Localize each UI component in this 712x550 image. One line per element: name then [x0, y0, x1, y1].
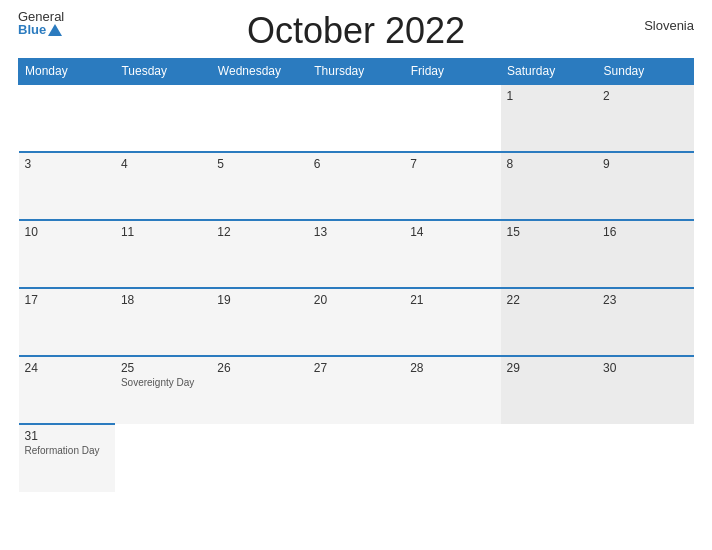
- day-number: 28: [410, 361, 494, 375]
- calendar-cell: 29: [501, 356, 597, 424]
- calendar-cell: 8: [501, 152, 597, 220]
- calendar-cell: 3: [19, 152, 115, 220]
- calendar-cell: 5: [211, 152, 307, 220]
- day-number: 11: [121, 225, 205, 239]
- calendar-cell: [308, 424, 404, 492]
- logo: General Blue: [18, 10, 64, 36]
- day-number: 10: [25, 225, 109, 239]
- calendar-cell: 19: [211, 288, 307, 356]
- day-number: 31: [25, 429, 109, 443]
- day-number: 3: [25, 157, 109, 171]
- calendar-cell: [19, 84, 115, 152]
- day-number: 12: [217, 225, 301, 239]
- day-number: 14: [410, 225, 494, 239]
- calendar-cell: 7: [404, 152, 500, 220]
- calendar-cell: 12: [211, 220, 307, 288]
- calendar-cell: [211, 424, 307, 492]
- day-number: 19: [217, 293, 301, 307]
- calendar-cell: 30: [597, 356, 693, 424]
- calendar-cell: 21: [404, 288, 500, 356]
- calendar-cell: 2: [597, 84, 693, 152]
- calendar-cell: 9: [597, 152, 693, 220]
- calendar-cell: 13: [308, 220, 404, 288]
- day-number: 15: [507, 225, 591, 239]
- calendar-cell: 18: [115, 288, 211, 356]
- holiday-label: Reformation Day: [25, 445, 109, 456]
- calendar-cell: [211, 84, 307, 152]
- calendar-cell: [404, 424, 500, 492]
- weekday-header: Thursday: [308, 59, 404, 85]
- calendar-cell: 6: [308, 152, 404, 220]
- calendar-container: General Blue October 2022 Slovenia Monda…: [0, 0, 712, 550]
- day-number: 29: [507, 361, 591, 375]
- day-number: 16: [603, 225, 687, 239]
- day-number: 4: [121, 157, 205, 171]
- day-number: 26: [217, 361, 301, 375]
- country-label: Slovenia: [644, 18, 694, 33]
- day-number: 23: [603, 293, 687, 307]
- calendar-cell: 25Sovereignty Day: [115, 356, 211, 424]
- day-number: 27: [314, 361, 398, 375]
- calendar-cell: 22: [501, 288, 597, 356]
- day-number: 17: [25, 293, 109, 307]
- calendar-cell: 20: [308, 288, 404, 356]
- calendar-cell: 17: [19, 288, 115, 356]
- weekday-header: Tuesday: [115, 59, 211, 85]
- logo-triangle-icon: [48, 24, 62, 36]
- weekday-header: Monday: [19, 59, 115, 85]
- calendar-cell: 11: [115, 220, 211, 288]
- calendar-body: 1234567891011121314151617181920212223242…: [19, 84, 694, 492]
- day-number: 6: [314, 157, 398, 171]
- weekday-header: Wednesday: [211, 59, 307, 85]
- calendar-table: MondayTuesdayWednesdayThursdayFridaySatu…: [18, 58, 694, 492]
- calendar-cell: 24: [19, 356, 115, 424]
- weekday-header: Friday: [404, 59, 500, 85]
- day-number: 7: [410, 157, 494, 171]
- calendar-header: General Blue October 2022 Slovenia: [18, 10, 694, 54]
- calendar-title: October 2022: [247, 10, 465, 52]
- day-number: 30: [603, 361, 687, 375]
- calendar-cell: 26: [211, 356, 307, 424]
- holiday-label: Sovereignty Day: [121, 377, 205, 388]
- day-number: 20: [314, 293, 398, 307]
- calendar-cell: 16: [597, 220, 693, 288]
- calendar-cell: 23: [597, 288, 693, 356]
- day-number: 22: [507, 293, 591, 307]
- day-number: 1: [507, 89, 591, 103]
- calendar-cell: 27: [308, 356, 404, 424]
- day-number: 9: [603, 157, 687, 171]
- calendar-cell: 1: [501, 84, 597, 152]
- logo-blue-text: Blue: [18, 23, 46, 36]
- day-number: 18: [121, 293, 205, 307]
- calendar-header-row: MondayTuesdayWednesdayThursdayFridaySatu…: [19, 59, 694, 85]
- day-number: 2: [603, 89, 687, 103]
- calendar-cell: 14: [404, 220, 500, 288]
- calendar-cell: [115, 84, 211, 152]
- day-number: 13: [314, 225, 398, 239]
- day-number: 24: [25, 361, 109, 375]
- day-number: 8: [507, 157, 591, 171]
- calendar-cell: [501, 424, 597, 492]
- calendar-cell: 4: [115, 152, 211, 220]
- calendar-cell: 28: [404, 356, 500, 424]
- day-number: 21: [410, 293, 494, 307]
- day-number: 5: [217, 157, 301, 171]
- calendar-cell: [308, 84, 404, 152]
- calendar-cell: 15: [501, 220, 597, 288]
- calendar-cell: [597, 424, 693, 492]
- calendar-cell: 31Reformation Day: [19, 424, 115, 492]
- day-number: 25: [121, 361, 205, 375]
- calendar-cell: [404, 84, 500, 152]
- calendar-cell: [115, 424, 211, 492]
- weekday-header: Saturday: [501, 59, 597, 85]
- weekday-header: Sunday: [597, 59, 693, 85]
- calendar-cell: 10: [19, 220, 115, 288]
